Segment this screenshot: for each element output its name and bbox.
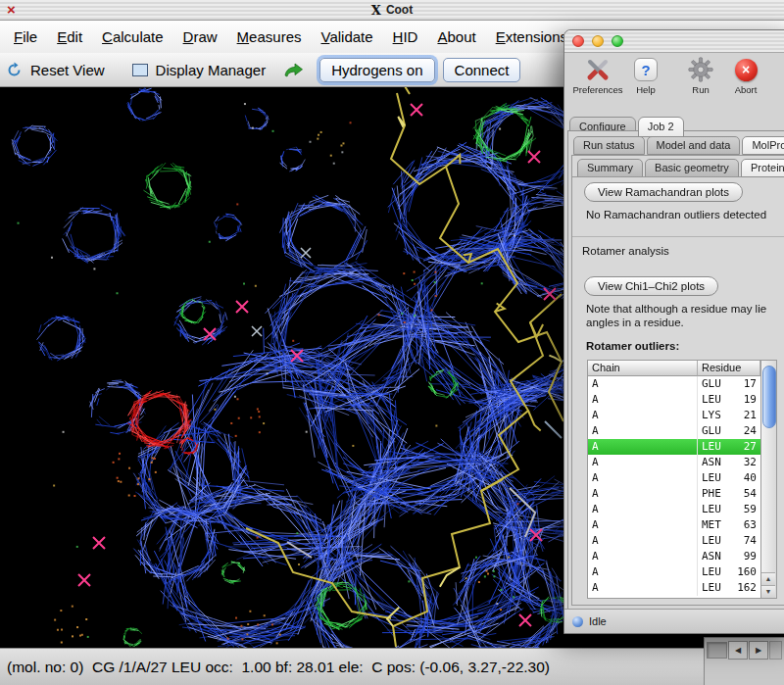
scroll-up-icon[interactable]: ▲ xyxy=(761,572,775,585)
table-row[interactable]: ALEU74 xyxy=(588,533,760,549)
ramachandran-status-text: No Ramachandran outliers detected xyxy=(586,209,784,220)
view-ramachandran-button[interactable]: View Ramachandran plots xyxy=(584,182,743,202)
cell-residue: GLU17 xyxy=(698,376,760,392)
run-gear-icon xyxy=(688,56,713,83)
main-status-bar: (mol. no: 0) CG /1/A/27 LEU occ: 1.00 bf… xyxy=(0,648,784,685)
abort-icon: × xyxy=(735,56,758,83)
cell-chain: A xyxy=(588,517,698,533)
rotamer-table: Chain Residue AGLU17ALEU19ALYS21AGLU24AL… xyxy=(587,360,761,599)
dialog-close-button[interactable] xyxy=(572,35,584,47)
close-window-icon[interactable]: × xyxy=(7,1,16,19)
cell-chain: A xyxy=(588,423,698,439)
resize-grip[interactable] xyxy=(769,641,782,660)
cell-chain: A xyxy=(588,502,698,517)
connect-button[interactable]: Connect xyxy=(443,58,521,82)
dialog-minimize-button[interactable] xyxy=(592,35,604,47)
table-row[interactable]: ALEU19 xyxy=(588,392,760,408)
go-arrow-icon xyxy=(283,63,304,77)
cell-chain: A xyxy=(588,392,698,408)
scrollbar-thumb[interactable] xyxy=(762,366,776,428)
table-row[interactable]: AASN32 xyxy=(588,455,760,470)
scroll-left-icon[interactable]: ◀ xyxy=(728,641,748,660)
help-label: Help xyxy=(636,84,656,95)
menu-validate[interactable]: Validate xyxy=(311,24,382,50)
menu-edit[interactable]: Edit xyxy=(47,24,92,50)
menu-draw[interactable]: Draw xyxy=(173,24,227,50)
tab-job2[interactable]: Job 2 xyxy=(638,117,684,137)
rotamer-note-line2: angles in a residue. xyxy=(586,317,784,328)
tab-basic-geometry[interactable]: Basic geometry xyxy=(645,159,739,177)
validation-dialog: Preferences ? Help xyxy=(564,29,784,634)
abort-button[interactable]: × Abort xyxy=(723,56,768,95)
dialog-zoom-button[interactable] xyxy=(612,35,623,47)
header-residue[interactable]: Residue xyxy=(698,361,760,376)
cell-chain: A xyxy=(588,549,698,564)
table-row[interactable]: AGLU24 xyxy=(588,423,760,439)
job-notebook: Run status Model and data MolProbity Sum… xyxy=(567,130,784,610)
cell-chain: A xyxy=(588,533,698,549)
cell-residue: MET63 xyxy=(698,517,760,533)
dialog-titlebar[interactable] xyxy=(564,30,784,53)
cell-residue: LEU59 xyxy=(698,502,760,517)
scroll-right-icon[interactable]: ▶ xyxy=(749,641,768,660)
table-row[interactable]: ALEU160 xyxy=(588,564,760,580)
cell-chain: A xyxy=(588,486,698,502)
tab-model-and-data[interactable]: Model and data xyxy=(647,136,741,155)
menu-about[interactable]: About xyxy=(427,24,485,50)
table-row[interactable]: AASN99 xyxy=(588,549,760,564)
table-row[interactable]: ALYS21 xyxy=(588,408,760,423)
dialog-status-text: Idle xyxy=(589,615,607,627)
preferences-icon xyxy=(585,56,611,83)
hydrogens-toggle-button[interactable]: Hydrogens on xyxy=(319,58,434,82)
menu-hid[interactable]: HID xyxy=(383,24,428,50)
cell-residue: LEU74 xyxy=(698,533,760,549)
rotamer-analysis-label: Rotamer analysis xyxy=(582,245,784,257)
tab-summary[interactable]: Summary xyxy=(577,159,643,177)
cell-residue: LYS21 xyxy=(698,408,760,423)
table-row[interactable]: ALEU27 xyxy=(588,439,760,455)
clipped-toolbar-button[interactable]: A xyxy=(778,56,784,95)
dialog-toolbar: Preferences ? Help xyxy=(564,53,784,113)
protein-tab-content: View Ramachandran plots No Ramachandran … xyxy=(572,176,784,605)
tab-run-status[interactable]: Run status xyxy=(573,136,645,155)
dialog-status-bar: Idle xyxy=(564,609,784,633)
table-scrollbar[interactable]: ▲ ▼ xyxy=(761,360,777,599)
screen: × X Coot File Edit Calculate Draw Measur… xyxy=(0,0,784,685)
main-titlebar[interactable]: × X Coot xyxy=(0,0,784,21)
menu-measures[interactable]: Measures xyxy=(227,24,312,50)
tab-protein[interactable]: Protein xyxy=(741,159,784,177)
scroll-down-icon[interactable]: ▼ xyxy=(761,585,775,598)
horizontal-scrollbar[interactable] xyxy=(707,642,727,659)
rotamer-table-header: Chain Residue xyxy=(588,361,760,376)
preferences-label: Preferences xyxy=(572,84,622,95)
cell-chain: A xyxy=(588,376,698,392)
cell-chain: A xyxy=(588,408,698,423)
table-row[interactable]: AGLU17 xyxy=(588,376,760,392)
table-row[interactable]: APHE54 xyxy=(588,486,760,502)
run-button[interactable]: Run xyxy=(678,56,723,95)
rotamer-table-body: AGLU17ALEU19ALYS21AGLU24ALEU27AASN32ALEU… xyxy=(588,376,760,596)
tab-molprobity[interactable]: MolProbity xyxy=(742,136,784,155)
table-row[interactable]: ALEU162 xyxy=(588,580,760,596)
help-icon: ? xyxy=(634,56,658,83)
preferences-button[interactable]: Preferences xyxy=(570,56,625,95)
table-row[interactable]: ALEU40 xyxy=(588,470,760,486)
cell-chain: A xyxy=(588,580,698,596)
menu-file[interactable]: File xyxy=(4,24,47,50)
header-chain[interactable]: Chain xyxy=(588,361,698,376)
window-title: Coot xyxy=(386,3,413,17)
cell-residue: ASN99 xyxy=(698,549,760,564)
rotamer-table-wrap: Chain Residue AGLU17ALEU19ALYS21AGLU24AL… xyxy=(587,360,784,599)
display-manager-label: Display Manager xyxy=(154,60,269,80)
help-button[interactable]: ? Help xyxy=(625,56,666,95)
menu-calculate[interactable]: Calculate xyxy=(92,24,173,50)
table-row[interactable]: ALEU59 xyxy=(588,502,760,517)
view-chi-plots-button[interactable]: View Chi1–Chi2 plots xyxy=(584,276,718,296)
cell-residue: LEU27 xyxy=(698,439,760,455)
display-manager-button[interactable]: Display Manager xyxy=(132,60,269,80)
cell-residue: LEU19 xyxy=(698,392,760,408)
display-manager-icon xyxy=(132,64,148,76)
table-row[interactable]: AMET63 xyxy=(588,517,760,533)
reset-view-button[interactable]: Reset View xyxy=(6,60,107,80)
cell-chain: A xyxy=(588,455,698,470)
